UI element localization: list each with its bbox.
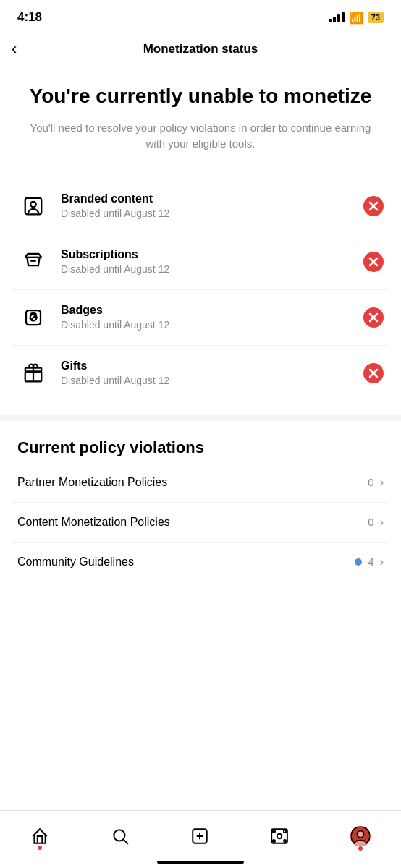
svg-point-18 [114, 830, 124, 841]
status-time: 4:18 [17, 10, 42, 25]
svg-rect-23 [272, 829, 288, 843]
policy-community-chevron: › [380, 556, 384, 569]
branded-content-icon [17, 190, 49, 222]
subscriptions-name: Subscriptions [61, 248, 363, 261]
gifts-icon [17, 357, 49, 389]
branded-content-status: Disabled until August 12 [61, 208, 363, 219]
status-icons: 📶 73 [329, 11, 384, 25]
nav-reels[interactable] [258, 824, 300, 848]
feature-gifts: Gifts Disabled until August 12 [12, 346, 389, 401]
bottom-nav [0, 810, 401, 868]
svg-point-1 [30, 201, 36, 207]
policy-partner-chevron: › [380, 476, 384, 489]
back-button[interactable]: ‹ [12, 40, 17, 59]
profile-avatar [350, 826, 371, 846]
hero-subtitle: You'll need to resolve your policy viola… [23, 120, 378, 153]
hero-section: You're currently unable to monetize You'… [0, 67, 401, 164]
policy-content-monetization[interactable]: Content Monetization Policies 0 › [12, 503, 389, 542]
nav-profile[interactable] [339, 823, 382, 849]
svg-point-25 [273, 830, 275, 832]
violations-title: Current policy violations [12, 438, 389, 457]
nav-header: ‹ Monetization status [0, 32, 401, 67]
features-list: Branded content Disabled until August 12… [0, 164, 401, 421]
branded-content-name: Branded content [61, 192, 363, 205]
violations-section: Current policy violations Partner Moneti… [0, 421, 401, 587]
svg-point-27 [273, 839, 275, 841]
subscriptions-error [363, 252, 384, 272]
nav-search[interactable] [99, 824, 141, 848]
svg-point-26 [284, 830, 286, 832]
nav-add[interactable] [179, 824, 221, 848]
profile-dot [358, 846, 363, 851]
nav-home[interactable] [19, 824, 61, 848]
hero-title: You're currently unable to monetize [23, 84, 378, 109]
policy-partner-name: Partner Monetization Policies [17, 476, 167, 489]
branded-content-error [363, 196, 384, 216]
policy-community-dot [355, 558, 362, 566]
wifi-icon: 📶 [349, 11, 363, 25]
subscriptions-icon [17, 246, 49, 278]
policy-content-count: 0 [368, 516, 373, 528]
badges-name: Badges [61, 304, 363, 317]
policy-community-right: 4 › [355, 556, 384, 569]
home-dot [38, 846, 42, 850]
feature-branded-content: Branded content Disabled until August 12 [12, 179, 389, 234]
badges-icon [17, 302, 49, 333]
svg-point-28 [284, 839, 286, 841]
policy-partner-right: 0 › [368, 476, 384, 489]
home-indicator [157, 861, 244, 864]
branded-content-text: Branded content Disabled until August 12 [61, 192, 363, 219]
policy-community-name: Community Guidelines [17, 556, 134, 569]
status-bar: 4:18 📶 73 [0, 0, 401, 32]
battery-indicator: 73 [368, 12, 384, 23]
subscriptions-status: Disabled until August 12 [61, 263, 363, 275]
svg-point-30 [357, 830, 363, 837]
page-title: Monetization status [143, 42, 258, 56]
policy-content-right: 0 › [368, 516, 384, 529]
policy-partner-monetization[interactable]: Partner Monetization Policies 0 › [12, 463, 389, 503]
gifts-status: Disabled until August 12 [61, 375, 363, 386]
gifts-text: Gifts Disabled until August 12 [61, 359, 363, 386]
policy-community-guidelines[interactable]: Community Guidelines 4 › [12, 542, 389, 582]
gifts-name: Gifts [61, 359, 363, 373]
policy-content-name: Content Monetization Policies [17, 516, 170, 529]
badges-error [363, 307, 384, 328]
policy-content-chevron: › [380, 516, 384, 529]
feature-subscriptions: Subscriptions Disabled until August 12 [12, 234, 389, 290]
feature-badges: Badges Disabled until August 12 [12, 290, 389, 346]
signal-icon [329, 12, 345, 22]
subscriptions-text: Subscriptions Disabled until August 12 [61, 248, 363, 275]
gifts-error [363, 363, 384, 383]
badges-status: Disabled until August 12 [61, 319, 363, 331]
svg-point-24 [277, 833, 282, 838]
badges-text: Badges Disabled until August 12 [61, 304, 363, 331]
policy-partner-count: 0 [368, 476, 373, 488]
svg-line-19 [123, 839, 127, 843]
policy-community-count: 4 [368, 556, 373, 568]
